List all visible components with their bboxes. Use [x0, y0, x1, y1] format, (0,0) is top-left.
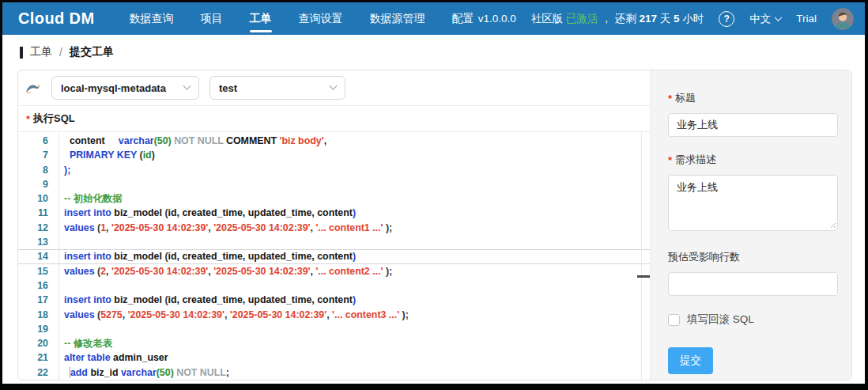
line-number: 19 — [18, 322, 59, 336]
trial-user-label[interactable]: Trial — [796, 13, 817, 25]
nav-item-data-query[interactable]: 数据查询 — [130, 2, 174, 35]
editor-line-20[interactable]: 20-- 修改老表 — [18, 336, 650, 350]
editor-line-15[interactable]: 15values (2, '2025-05-30 14:02:39', '202… — [18, 264, 650, 278]
line-number: 21 — [18, 350, 59, 365]
editor-line-7[interactable]: 7 PRIMARY KEY (id) — [18, 148, 650, 162]
editor-line-16[interactable]: 16 — [18, 278, 650, 293]
line-number: 10 — [18, 191, 59, 206]
line-number: 14 — [18, 249, 59, 263]
checkbox-icon[interactable] — [668, 314, 680, 326]
required-mark: * — [26, 113, 30, 125]
avatar[interactable] — [832, 8, 854, 30]
editor-line-21[interactable]: 21alter table admin_user — [18, 350, 650, 365]
nav-item-ticket[interactable]: 工单 — [250, 2, 272, 35]
remaining-hours: 5 — [674, 13, 680, 25]
database-select[interactable]: test — [209, 76, 345, 100]
line-number: 7 — [18, 148, 59, 162]
title-field-group: * 标题 — [668, 91, 838, 137]
editor-line-14[interactable]: 14insert into biz_model (id, created_tim… — [18, 249, 650, 263]
editor-line-10[interactable]: 10-- 初始化数据 — [18, 191, 650, 206]
line-code — [59, 235, 64, 249]
line-code — [59, 177, 64, 191]
nav-item-datasource-mgmt[interactable]: 数据源管理 — [370, 2, 425, 35]
line-code: insert into biz_model (id, created_time,… — [59, 249, 356, 263]
line-code: -- 初始化数据 — [59, 191, 123, 206]
line-code: values (5275, '2025-05-30 14:02:39', '20… — [59, 308, 409, 322]
ticket-form-panel: * 标题 * 需求描述 业务上线 — [651, 70, 851, 380]
editor-line-8[interactable]: 8); — [18, 163, 650, 177]
help-icon[interactable]: ? — [719, 11, 734, 27]
affected-rows-field-group: 预估受影响行数 — [668, 250, 838, 296]
editor-scrollbar-track — [641, 132, 642, 380]
editor-line-17[interactable]: 17insert into biz_model (id, created_tim… — [18, 293, 650, 307]
editor-line-6[interactable]: 6 content varchar(50) NOT NULL COMMENT '… — [18, 134, 650, 148]
version-label: v1.0.0.0 — [478, 13, 516, 25]
nav-right: v1.0.0.0 社区版 已激活 ， 还剩 217 天 5 小时 ? 中文 Tr… — [478, 8, 865, 30]
app-logo[interactable]: Cloud DM — [18, 9, 95, 28]
active-tab-underline — [250, 30, 272, 32]
rollback-sql-checkbox-row[interactable]: 填写回滚 SQL — [668, 312, 838, 327]
line-code: add biz_id varchar(50) NOT NULL; — [59, 365, 229, 380]
editor-scrollbar-thumb[interactable] — [637, 275, 650, 278]
nav-menu: 数据查询 项目 工单 查询设置 数据源管理 配置 — [130, 2, 474, 35]
affected-rows-label: 预估受影响行数 — [668, 250, 740, 264]
line-code — [59, 322, 64, 336]
line-number: 8 — [18, 163, 59, 177]
line-number: 6 — [18, 134, 59, 148]
line-code: ); — [59, 163, 70, 177]
sql-editor[interactable]: 6 content varchar(50) NOT NULL COMMENT '… — [18, 132, 650, 380]
line-number: 17 — [18, 293, 59, 307]
line-code: PRIMARY KEY (id) — [59, 148, 155, 162]
editor-lines: 6 content varchar(50) NOT NULL COMMENT '… — [18, 134, 650, 380]
chevron-down-icon — [183, 81, 191, 89]
breadcrumb-section[interactable]: 工单 — [30, 45, 52, 59]
editor-line-9[interactable]: 9 — [18, 177, 650, 191]
editor-line-22[interactable]: 22 add biz_id varchar(50) NOT NULL; — [18, 365, 650, 380]
sql-label: 执行SQL — [33, 112, 75, 126]
editor-line-18[interactable]: 18values (5275, '2025-05-30 14:02:39', '… — [18, 308, 650, 322]
description-textarea[interactable]: 业务上线 — [668, 175, 838, 231]
submit-button[interactable]: 提交 — [668, 347, 713, 374]
editor-line-19[interactable]: 19 — [18, 322, 650, 336]
description-label: 需求描述 — [675, 153, 716, 167]
submit-ticket-card: local-mysql-metadata test * 执行SQL 6 cont… — [17, 70, 852, 381]
nav-item-config[interactable]: 配置 — [452, 2, 474, 35]
line-number: 22 — [18, 365, 59, 380]
line-number: 11 — [18, 206, 59, 220]
line-code: alter table admin_user — [59, 350, 168, 365]
datasource-row: local-mysql-metadata test — [18, 70, 650, 106]
page-title: 提交工单 — [70, 45, 114, 59]
line-code — [59, 278, 64, 293]
sql-label-row: * 执行SQL — [18, 106, 650, 132]
required-mark: * — [668, 93, 672, 104]
line-number: 16 — [18, 278, 59, 293]
editor-line-11[interactable]: 11insert into biz_model (id, created_tim… — [18, 206, 650, 220]
activated-badge: 已激活 — [566, 13, 598, 25]
title-input[interactable] — [668, 113, 838, 137]
language-switcher[interactable]: 中文 — [749, 12, 781, 26]
line-code: -- 修改老表 — [59, 336, 112, 350]
breadcrumb-bar — [20, 47, 23, 59]
remaining-days: 217 — [639, 13, 657, 25]
nav-item-query-settings[interactable]: 查询设置 — [299, 2, 343, 35]
description-field-group: * 需求描述 业务上线 — [668, 153, 838, 231]
datasource-select[interactable]: local-mysql-metadata — [51, 76, 199, 100]
editor-line-12[interactable]: 12values (1, '2025-05-30 14:02:39', '202… — [18, 221, 650, 235]
line-number: 15 — [18, 264, 59, 278]
chevron-down-icon — [330, 81, 338, 89]
nav-item-project[interactable]: 项目 — [201, 2, 223, 35]
sql-section: local-mysql-metadata test * 执行SQL 6 cont… — [18, 70, 651, 380]
avatar-icon — [832, 8, 854, 30]
breadcrumb-separator: / — [59, 46, 62, 59]
line-number: 18 — [18, 308, 59, 322]
line-code: values (2, '2025-05-30 14:02:39', '2025-… — [59, 264, 392, 278]
line-code: insert into biz_model (id, created_time,… — [59, 206, 356, 220]
window-frame: Cloud DM 数据查询 项目 工单 查询设置 数据源管理 配置 v1.0.0… — [0, 0, 868, 390]
mysql-icon — [25, 81, 41, 94]
app-screen: Cloud DM 数据查询 项目 工单 查询设置 数据源管理 配置 v1.0.0… — [2, 2, 865, 384]
affected-rows-input[interactable] — [668, 272, 838, 296]
editor-line-13[interactable]: 13 — [18, 235, 650, 249]
line-code: values (1, '2025-05-30 14:02:39', '2025-… — [59, 221, 392, 235]
license-status: 社区版 已激活 ， 还剩 217 天 5 小时 — [531, 12, 704, 26]
line-code: content varchar(50) NOT NULL COMMENT 'bi… — [59, 134, 326, 148]
